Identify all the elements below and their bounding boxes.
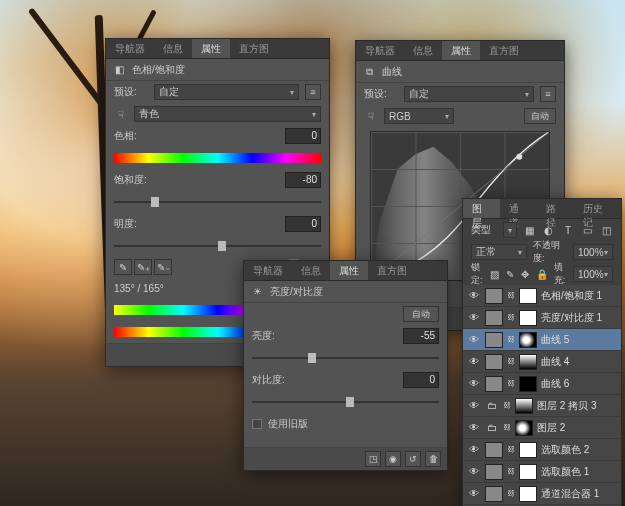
layer-row[interactable]: 👁⛓选取颜色 2 bbox=[463, 439, 621, 461]
tab-channels[interactable]: 通道 bbox=[500, 199, 537, 218]
filter-shape-icon[interactable]: ▭ bbox=[581, 223, 594, 237]
kind-select[interactable] bbox=[503, 222, 517, 238]
reset-icon[interactable]: ↺ bbox=[405, 451, 421, 467]
layer-name[interactable]: 曲线 6 bbox=[541, 377, 617, 391]
layer-row[interactable]: 👁⛓选取颜色 1 bbox=[463, 461, 621, 483]
tab-histogram[interactable]: 直方图 bbox=[368, 261, 416, 280]
lightness-input[interactable]: 0 bbox=[285, 216, 321, 232]
tab-info[interactable]: 信息 bbox=[292, 261, 330, 280]
layer-name[interactable]: 通道混合器 1 bbox=[541, 487, 617, 501]
hue-slider[interactable] bbox=[114, 153, 321, 163]
layer-thumbnail[interactable] bbox=[485, 486, 503, 502]
clip-icon[interactable]: ◳ bbox=[365, 451, 381, 467]
link-icon[interactable]: ⛓ bbox=[503, 401, 511, 410]
mask-thumbnail[interactable] bbox=[519, 376, 537, 392]
tab-navigator[interactable]: 导航器 bbox=[244, 261, 292, 280]
mask-thumbnail[interactable] bbox=[519, 310, 537, 326]
filter-adjust-icon[interactable]: ◐ bbox=[542, 223, 555, 237]
hue-input[interactable]: 0 bbox=[285, 128, 321, 144]
delete-icon[interactable]: 🗑 bbox=[425, 451, 441, 467]
layer-name[interactable]: 色相/饱和度 1 bbox=[541, 289, 617, 303]
fill-select[interactable]: 100% bbox=[573, 266, 613, 282]
brightness-input[interactable]: -55 bbox=[403, 328, 439, 344]
layer-row[interactable]: 👁⛓亮度/对比度 1 bbox=[463, 307, 621, 329]
layer-thumbnail[interactable] bbox=[485, 288, 503, 304]
layer-thumbnail[interactable] bbox=[485, 376, 503, 392]
preset-menu-icon[interactable]: ≡ bbox=[540, 86, 556, 102]
tab-navigator[interactable]: 导航器 bbox=[356, 41, 404, 60]
link-icon[interactable]: ⛓ bbox=[507, 379, 515, 388]
visibility-icon[interactable]: 👁 bbox=[467, 355, 481, 369]
mask-thumbnail[interactable] bbox=[519, 288, 537, 304]
link-icon[interactable]: ⛓ bbox=[507, 335, 515, 344]
link-icon[interactable]: ⛓ bbox=[507, 313, 515, 322]
legacy-checkbox[interactable] bbox=[252, 419, 262, 429]
layer-name[interactable]: 亮度/对比度 1 bbox=[541, 311, 617, 325]
tab-info[interactable]: 信息 bbox=[404, 41, 442, 60]
contrast-input[interactable]: 0 bbox=[403, 372, 439, 388]
target-adjust-icon[interactable]: ☟ bbox=[364, 109, 378, 123]
mask-thumbnail[interactable] bbox=[519, 332, 537, 348]
tab-layers[interactable]: 图层 bbox=[463, 199, 500, 218]
preset-select[interactable]: 自定 bbox=[154, 84, 299, 100]
layer-thumbnail[interactable] bbox=[485, 310, 503, 326]
eyedropper-sub-icon[interactable]: ✎₋ bbox=[154, 259, 172, 275]
layer-row[interactable]: 👁🗀⛓图层 2 拷贝 3 bbox=[463, 395, 621, 417]
layers-panel[interactable]: 图层 通道 路径 历史记 类型 ▦ ◐ T ▭ ◫ 正常 不透明度: 100% … bbox=[462, 198, 622, 506]
mask-thumbnail[interactable] bbox=[519, 486, 537, 502]
link-icon[interactable]: ⛓ bbox=[507, 357, 515, 366]
layer-row[interactable]: 👁⛓色相/饱和度 1 bbox=[463, 285, 621, 307]
contrast-slider[interactable] bbox=[252, 395, 439, 409]
visibility-icon[interactable]: 👁 bbox=[467, 311, 481, 325]
visibility-icon[interactable]: 👁 bbox=[467, 443, 481, 457]
visibility-icon[interactable]: 👁 bbox=[467, 465, 481, 479]
lock-all-icon[interactable]: 🔒 bbox=[536, 267, 548, 281]
layer-row[interactable]: 👁⛓通道混合器 1 bbox=[463, 483, 621, 505]
filter-pixel-icon[interactable]: ▦ bbox=[523, 223, 536, 237]
tab-properties[interactable]: 属性 bbox=[442, 41, 480, 60]
layer-row[interactable]: 👁⛓曲线 5 bbox=[463, 329, 621, 351]
mask-thumbnail[interactable] bbox=[515, 420, 533, 436]
tab-paths[interactable]: 路径 bbox=[537, 199, 574, 218]
layer-name[interactable]: 曲线 4 bbox=[541, 355, 617, 369]
lightness-slider[interactable] bbox=[114, 239, 321, 253]
layer-thumbnail[interactable] bbox=[485, 332, 503, 348]
tab-properties[interactable]: 属性 bbox=[330, 261, 368, 280]
saturation-slider[interactable] bbox=[114, 195, 321, 209]
lock-pixels-icon[interactable]: ✎ bbox=[505, 267, 514, 281]
layer-row[interactable]: 👁🗀⛓图层 2 bbox=[463, 417, 621, 439]
preset-menu-icon[interactable]: ≡ bbox=[305, 84, 321, 100]
tab-info[interactable]: 信息 bbox=[154, 39, 192, 58]
link-icon[interactable]: ⛓ bbox=[507, 467, 515, 476]
filter-type-icon[interactable]: T bbox=[561, 223, 574, 237]
link-icon[interactable]: ⛓ bbox=[507, 291, 515, 300]
layer-thumbnail[interactable] bbox=[485, 464, 503, 480]
layer-thumbnail[interactable] bbox=[485, 442, 503, 458]
tab-histogram[interactable]: 直方图 bbox=[480, 41, 528, 60]
lock-position-icon[interactable]: ✥ bbox=[521, 267, 530, 281]
layer-name[interactable]: 选取颜色 1 bbox=[541, 465, 617, 479]
tab-navigator[interactable]: 导航器 bbox=[106, 39, 154, 58]
layer-thumbnail[interactable] bbox=[485, 354, 503, 370]
layer-row[interactable]: 👁⛓曲线 6 bbox=[463, 373, 621, 395]
auto-button[interactable]: 自动 bbox=[403, 306, 439, 322]
mask-thumbnail[interactable] bbox=[519, 442, 537, 458]
tab-properties[interactable]: 属性 bbox=[192, 39, 230, 58]
channel-select[interactable]: RGB bbox=[384, 108, 454, 124]
brightness-slider[interactable] bbox=[252, 351, 439, 365]
visibility-icon[interactable]: 👁 bbox=[467, 333, 481, 347]
layer-name[interactable]: 图层 2 拷贝 3 bbox=[537, 399, 617, 413]
visibility-icon[interactable]: 👁 bbox=[467, 289, 481, 303]
lock-transparency-icon[interactable]: ▨ bbox=[490, 267, 499, 281]
mask-thumbnail[interactable] bbox=[515, 398, 533, 414]
brightness-contrast-panel[interactable]: 导航器 信息 属性 直方图 ☀ 亮度/对比度 自动 亮度: -55 对比度: 0… bbox=[243, 260, 448, 471]
layer-name[interactable]: 选取颜色 2 bbox=[541, 443, 617, 457]
auto-button[interactable]: 自动 bbox=[524, 108, 556, 124]
opacity-select[interactable]: 100% bbox=[573, 244, 613, 260]
target-adjust-icon[interactable]: ☟ bbox=[114, 107, 128, 121]
mask-thumbnail[interactable] bbox=[519, 354, 537, 370]
mask-thumbnail[interactable] bbox=[519, 464, 537, 480]
channel-select[interactable]: 青色 bbox=[134, 106, 321, 122]
saturation-input[interactable]: -80 bbox=[285, 172, 321, 188]
visibility-icon[interactable]: 👁 bbox=[467, 377, 481, 391]
